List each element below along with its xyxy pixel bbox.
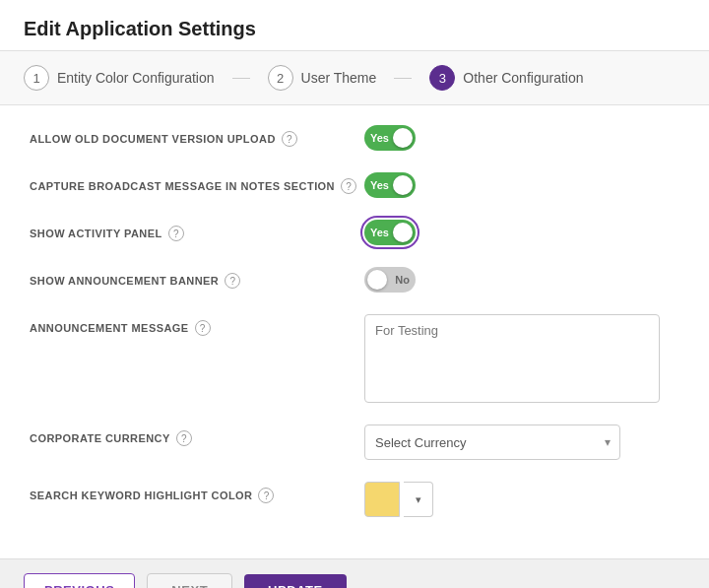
color-swatch[interactable]: [364, 482, 400, 517]
label-group-capture-broadcast: CAPTURE BROADCAST MESSAGE IN NOTES SECTI…: [30, 172, 364, 194]
help-icon-capture-broadcast[interactable]: ?: [341, 178, 356, 194]
currency-select-wrapper: Select Currency ▾: [364, 425, 620, 460]
step-3[interactable]: 3 Other Configuration: [429, 65, 583, 91]
form-row-search-color: SEARCH KEYWORD HIGHLIGHT COLOR ? ▾: [30, 482, 679, 517]
toggle-allow-old-doc[interactable]: Yes: [364, 125, 416, 151]
next-button[interactable]: NEXT: [147, 573, 232, 588]
page-wrapper: Edit Application Settings 1 Entity Color…: [0, 0, 709, 588]
step-3-circle: 3: [429, 65, 455, 91]
footer: PREVIOUS NEXT UPDATE: [0, 558, 709, 588]
step-1[interactable]: 1 Entity Color Configuration: [24, 65, 215, 91]
update-button[interactable]: UPDATE: [244, 574, 347, 588]
label-show-announcement: SHOW ANNOUNCEMENT BANNER: [30, 275, 219, 287]
label-allow-old-doc: ALLOW OLD DOCUMENT VERSION UPLOAD: [30, 133, 276, 145]
help-icon-show-announcement[interactable]: ?: [225, 273, 240, 289]
step-2-label: User Theme: [301, 70, 377, 86]
form-row-corporate-currency: CORPORATE CURRENCY ? Select Currency ▾: [30, 425, 679, 460]
toggle-switch-show-announcement[interactable]: No: [364, 267, 416, 293]
label-group-show-announcement: SHOW ANNOUNCEMENT BANNER ?: [30, 267, 364, 289]
page-header: Edit Application Settings: [0, 0, 709, 50]
step-1-label: Entity Color Configuration: [57, 70, 215, 86]
label-group-search-color: SEARCH KEYWORD HIGHLIGHT COLOR ?: [30, 482, 364, 503]
help-icon-allow-old-doc[interactable]: ?: [282, 131, 297, 147]
content-area: ALLOW OLD DOCUMENT VERSION UPLOAD ? Yes …: [0, 105, 709, 558]
color-dropdown-button[interactable]: ▾: [404, 482, 433, 517]
toggle-switch-show-activity[interactable]: Yes: [364, 220, 416, 245]
help-icon-show-activity[interactable]: ?: [168, 226, 184, 241]
toggle-switch-allow-old-doc[interactable]: Yes: [364, 125, 416, 151]
label-show-activity: SHOW ACTIVITY PANEL: [30, 228, 162, 239]
help-icon-announcement-msg[interactable]: ?: [195, 320, 211, 336]
form-row-capture-broadcast: CAPTURE BROADCAST MESSAGE IN NOTES SECTI…: [30, 172, 679, 198]
label-group-allow-old-doc: ALLOW OLD DOCUMENT VERSION UPLOAD ?: [30, 125, 364, 147]
page-title: Edit Application Settings: [24, 18, 685, 40]
toggle-show-activity[interactable]: Yes: [364, 220, 416, 245]
label-announcement-msg: ANNOUNCEMENT MESSAGE: [30, 322, 189, 334]
label-group-corporate-currency: CORPORATE CURRENCY ?: [30, 425, 364, 446]
label-group-announcement-msg: ANNOUNCEMENT MESSAGE ?: [30, 314, 364, 336]
label-group-show-activity: SHOW ACTIVITY PANEL ?: [30, 220, 364, 241]
toggle-capture-broadcast[interactable]: Yes: [364, 172, 416, 198]
label-search-color: SEARCH KEYWORD HIGHLIGHT COLOR: [30, 490, 252, 501]
toggle-show-announcement[interactable]: No: [364, 267, 416, 293]
help-icon-corporate-currency[interactable]: ?: [176, 430, 192, 446]
previous-button[interactable]: PREVIOUS: [24, 573, 135, 588]
step-2-circle: 2: [268, 65, 293, 91]
step-divider-2: [394, 78, 412, 79]
stepper: 1 Entity Color Configuration 2 User Them…: [0, 50, 709, 105]
announcement-textarea[interactable]: [364, 314, 660, 403]
label-capture-broadcast: CAPTURE BROADCAST MESSAGE IN NOTES SECTI…: [30, 180, 335, 192]
form-row-allow-old-doc: ALLOW OLD DOCUMENT VERSION UPLOAD ? Yes: [30, 125, 679, 151]
step-1-circle: 1: [24, 65, 49, 91]
step-divider-1: [232, 78, 250, 79]
step-3-label: Other Configuration: [463, 70, 583, 86]
form-row-show-activity: SHOW ACTIVITY PANEL ? Yes: [30, 220, 679, 245]
form-row-announcement-msg: ANNOUNCEMENT MESSAGE ?: [30, 314, 679, 403]
form-row-show-announcement: SHOW ANNOUNCEMENT BANNER ? No: [30, 267, 679, 293]
chevron-down-icon: ▾: [416, 493, 421, 506]
color-picker-row: ▾: [364, 482, 433, 517]
currency-select[interactable]: Select Currency: [364, 425, 620, 460]
step-2[interactable]: 2 User Theme: [268, 65, 377, 91]
toggle-switch-capture-broadcast[interactable]: Yes: [364, 172, 416, 198]
label-corporate-currency: CORPORATE CURRENCY: [30, 432, 170, 444]
help-icon-search-color[interactable]: ?: [258, 488, 274, 503]
